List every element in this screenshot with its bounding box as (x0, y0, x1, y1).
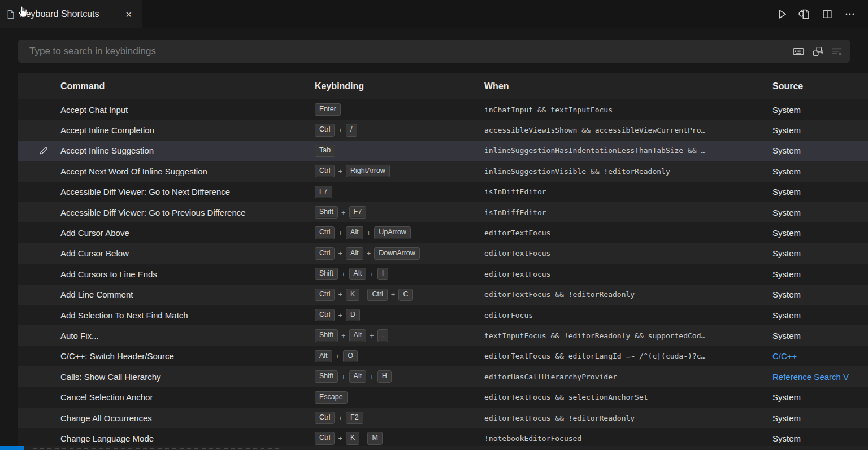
when-expression: editorHasCallHierarchyProvider (484, 373, 772, 381)
table-row[interactable]: Cancel Selection Anchor Escape editorTex… (18, 387, 868, 407)
header-command: Command (18, 81, 315, 91)
key-chip: / (346, 124, 357, 136)
command-label: Calls: Show Call Hierarchy (60, 372, 161, 382)
table-row[interactable]: Change All Occurrences Ctrl+F2 editorTex… (18, 408, 868, 428)
clear-filter-icon[interactable] (830, 44, 844, 59)
table-header: Command Keybinding When Source (18, 73, 868, 99)
command-cell: Auto Fix... (18, 331, 315, 340)
command-cell: Change All Occurrences (18, 413, 315, 423)
tab-keyboard-shortcuts[interactable]: Keyboard Shortcuts ✕ (0, 0, 142, 28)
table-row[interactable]: Add Line Comment Ctrl+KCtrl+C editorText… (18, 285, 868, 305)
table-row[interactable]: Accept Chat Input Enter inChatInput && t… (18, 99, 868, 120)
plus-separator: + (338, 414, 342, 422)
table-row[interactable]: Add Cursor Below Ctrl+Alt+DownArrow edit… (18, 243, 868, 264)
command-label: Add Cursors to Line Ends (60, 269, 157, 279)
source-link[interactable]: Reference Search V (772, 372, 868, 382)
key-chip: Alt (349, 268, 367, 280)
keybinding-cell: Ctrl+Alt+UpArrow (315, 226, 484, 239)
source-label: System (772, 228, 868, 238)
table-row[interactable]: Auto Fix... Shift+Alt+. textInputFocus &… (18, 325, 868, 346)
plus-separator: + (338, 311, 342, 320)
key-chip: Alt (315, 350, 332, 362)
when-expression: editorTextFocus && editorLangId =~ /^(c|… (484, 352, 772, 360)
when-expression: editorTextFocus (484, 270, 772, 278)
keyboard-icon[interactable] (791, 44, 806, 59)
keybinding-cell: Shift+Alt+I (315, 268, 484, 280)
key-chip: Escape (315, 391, 348, 404)
plus-separator: + (338, 290, 342, 299)
keybindings-table: Command Keybinding When Source Accept Ch… (18, 73, 868, 449)
when-expression: inChatInput && textInputFocus (484, 106, 772, 114)
command-cell: Accept Inline Suggestion (18, 146, 315, 155)
table-row[interactable]: Accept Inline Completion Ctrl+/ accessib… (18, 120, 868, 140)
table-row[interactable]: Accept Next Word Of Inline Suggestion Ct… (18, 161, 868, 181)
key-chip: F2 (346, 412, 363, 424)
plus-separator: + (341, 270, 346, 278)
command-cell: Accept Chat Input (18, 105, 315, 115)
source-link[interactable]: C/C++ (772, 351, 868, 361)
when-expression: !notebookEditorFocused (484, 434, 772, 443)
command-cell: Accept Next Word Of Inline Suggestion (18, 167, 315, 176)
plus-separator: + (338, 229, 342, 237)
key-chip: K (346, 289, 359, 301)
editor-tab-bar: Keyboard Shortcuts ✕ (0, 0, 868, 28)
close-icon[interactable]: ✕ (122, 8, 135, 20)
key-chip: H (377, 370, 392, 383)
command-label: Add Line Comment (60, 290, 133, 299)
table-row[interactable]: Calls: Show Call Hierarchy Shift+Alt+H e… (18, 366, 868, 387)
more-actions-icon[interactable] (843, 7, 857, 21)
search-bar-actions (791, 44, 844, 59)
remote-indicator[interactable] (0, 446, 24, 450)
source-label: System (772, 290, 868, 299)
key-chip: O (343, 350, 358, 362)
command-cell: Add Cursor Below (18, 248, 315, 258)
command-cell: Add Selection To Next Find Match (18, 311, 315, 320)
keybinding-cell: Ctrl+RightArrow (315, 165, 484, 177)
command-label: Add Cursor Below (60, 248, 129, 258)
table-row[interactable]: Add Selection To Next Find Match Ctrl+D … (18, 305, 868, 325)
sort-precedence-icon[interactable] (810, 44, 825, 59)
source-label: System (772, 331, 868, 340)
table-row[interactable]: Accept Inline Suggestion Tab inlineSugge… (18, 141, 868, 161)
keybindings-rows: Accept Chat Input Enter inChatInput && t… (18, 99, 868, 449)
table-row[interactable]: C/C++: Switch Header/Source Alt+O editor… (18, 346, 868, 366)
run-icon[interactable] (775, 7, 789, 21)
when-expression: isInDiffEditor (484, 187, 772, 196)
keybinding-cell: Ctrl+KCtrl+C (315, 289, 484, 301)
command-cell: Cancel Selection Anchor (18, 392, 315, 402)
table-row[interactable]: Add Cursors to Line Ends Shift+Alt+I edi… (18, 264, 868, 284)
command-label: Accessible Diff Viewer: Go to Next Diffe… (60, 187, 230, 196)
command-label: Cancel Selection Anchor (60, 392, 153, 402)
source-label: System (772, 269, 868, 279)
open-keybindings-json-icon[interactable] (798, 7, 811, 21)
table-row[interactable]: Accessible Diff Viewer: Go to Next Diffe… (18, 182, 868, 202)
key-chip: Tab (315, 145, 335, 157)
key-chip: Alt (349, 329, 367, 342)
when-expression: editorTextFocus (484, 229, 772, 237)
key-chip: Ctrl (315, 309, 335, 321)
keybinding-cell: Enter (315, 103, 484, 116)
status-bar-sliver (0, 446, 868, 450)
pencil-icon[interactable] (38, 146, 49, 155)
source-label: System (772, 248, 868, 258)
command-label: Accept Chat Input (60, 105, 128, 115)
command-label: Accept Next Word Of Inline Suggestion (60, 167, 207, 176)
key-chip: DownArrow (374, 247, 420, 260)
search-input[interactable] (28, 45, 791, 58)
source-label: System (772, 208, 868, 217)
split-editor-icon[interactable] (821, 7, 834, 21)
key-chip: Shift (315, 329, 338, 342)
command-label: Add Selection To Next Find Match (60, 311, 188, 320)
key-chip: Alt (349, 370, 367, 383)
key-chip: Ctrl (367, 289, 387, 301)
table-row[interactable]: Add Cursor Above Ctrl+Alt+UpArrow editor… (18, 222, 868, 243)
keybinding-cell: F7 (315, 186, 484, 198)
source-label: System (772, 167, 868, 176)
keybinding-cell: Ctrl+KM (315, 432, 484, 444)
key-chip: Shift (315, 268, 338, 280)
key-chip: UpArrow (374, 226, 411, 239)
source-label: System (772, 413, 868, 423)
table-row[interactable]: Accessible Diff Viewer: Go to Previous D… (18, 202, 868, 222)
header-source: Source (772, 81, 868, 91)
key-chip: F7 (315, 186, 332, 198)
